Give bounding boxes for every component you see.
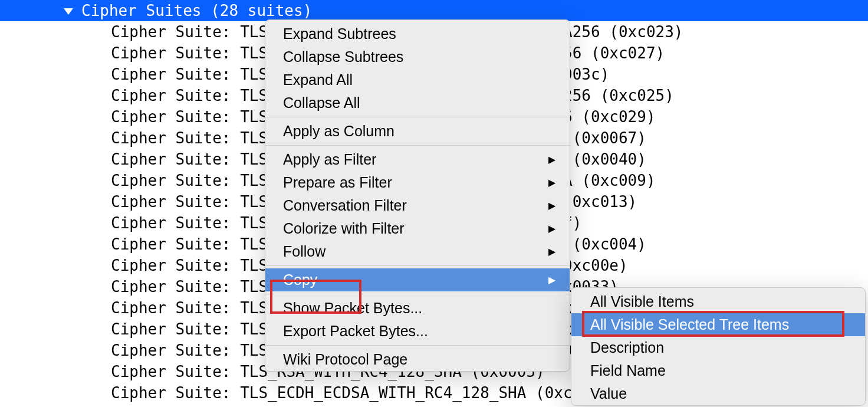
menu-item-label: Expand All	[283, 71, 353, 88]
expand-triangle-icon	[64, 8, 73, 15]
submenu-item-field-name[interactable]: Field Name	[571, 359, 865, 382]
submenu-item-all-visible-selected-tree-items[interactable]: All Visible Selected Tree Items	[571, 313, 865, 336]
submenu-item-all-visible-items[interactable]: All Visible Items	[571, 290, 865, 313]
menu-separator	[265, 265, 570, 266]
submenu-arrow-icon: ▶	[548, 177, 555, 188]
copy-submenu: All Visible ItemsAll Visible Selected Tr…	[571, 287, 866, 406]
submenu-item-label: Field Name	[590, 362, 666, 379]
menu-item-label: Conversation Filter	[283, 197, 407, 214]
menu-item-label: Expand Subtrees	[283, 25, 396, 42]
submenu-item-label: Description	[590, 339, 664, 356]
menu-item-collapse-all[interactable]: Collapse All	[265, 91, 570, 114]
menu-item-label: Wiki Protocol Page	[283, 351, 407, 368]
menu-item-expand-all[interactable]: Expand All	[265, 68, 570, 91]
tree-header-row[interactable]: Cipher Suites (28 suites)	[0, 0, 868, 21]
menu-item-label: Copy	[283, 271, 317, 288]
menu-separator	[265, 145, 570, 146]
submenu-item-value[interactable]: Value	[571, 382, 865, 405]
menu-item-prepare-as-filter[interactable]: Prepare as Filter▶	[265, 171, 570, 194]
tree-header-label: Cipher Suites (28 suites)	[81, 2, 312, 19]
submenu-arrow-icon: ▶	[548, 274, 555, 285]
menu-item-label: Colorize with Filter	[283, 220, 405, 237]
submenu-item-description[interactable]: Description	[571, 336, 865, 359]
submenu-arrow-icon: ▶	[548, 223, 555, 234]
menu-item-label: Prepare as Filter	[283, 174, 392, 191]
menu-item-colorize-with-filter[interactable]: Colorize with Filter▶	[265, 217, 570, 240]
menu-item-label: Export Packet Bytes...	[283, 323, 428, 340]
menu-item-collapse-subtrees[interactable]: Collapse Subtrees	[265, 45, 570, 68]
menu-item-label: Follow	[283, 243, 326, 260]
menu-item-show-packet-bytes-[interactable]: Show Packet Bytes...	[265, 297, 570, 320]
menu-item-apply-as-filter[interactable]: Apply as Filter▶	[265, 148, 570, 171]
menu-item-label: Apply as Column	[283, 123, 394, 140]
menu-item-apply-as-column[interactable]: Apply as Column	[265, 120, 570, 143]
submenu-item-label: All Visible Items	[590, 293, 694, 310]
menu-item-expand-subtrees[interactable]: Expand Subtrees	[265, 22, 570, 45]
submenu-item-label: Value	[590, 385, 627, 402]
submenu-item-label: All Visible Selected Tree Items	[590, 316, 789, 333]
menu-separator	[265, 345, 570, 346]
submenu-arrow-icon: ▶	[548, 246, 555, 257]
menu-item-conversation-filter[interactable]: Conversation Filter▶	[265, 194, 570, 217]
menu-item-copy[interactable]: Copy▶	[265, 268, 570, 291]
menu-item-label: Apply as Filter	[283, 151, 376, 168]
menu-item-export-packet-bytes-[interactable]: Export Packet Bytes...	[265, 320, 570, 343]
menu-item-label: Collapse All	[283, 94, 360, 111]
menu-separator	[265, 117, 570, 117]
menu-item-label: Collapse Subtrees	[283, 48, 403, 65]
menu-item-follow[interactable]: Follow▶	[265, 240, 570, 263]
submenu-arrow-icon: ▶	[548, 200, 555, 211]
context-menu: Expand SubtreesCollapse SubtreesExpand A…	[265, 19, 570, 372]
menu-item-label: Show Packet Bytes...	[283, 300, 422, 317]
menu-item-wiki-protocol-page[interactable]: Wiki Protocol Page	[265, 348, 570, 371]
submenu-arrow-icon: ▶	[548, 154, 555, 165]
menu-separator	[265, 294, 570, 294]
